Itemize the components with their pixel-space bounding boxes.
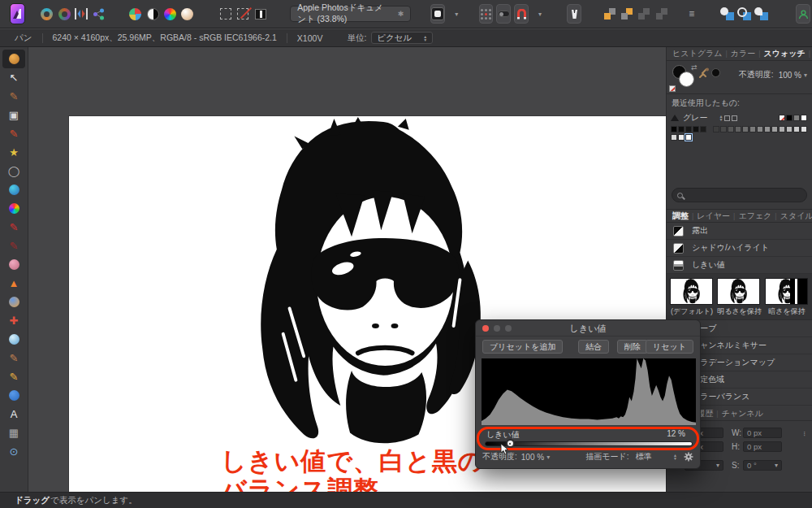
pixel-tool[interactable]: ✎ [2,237,25,255]
snapping-caret[interactable]: ▾ [532,4,546,24]
s-field[interactable]: 0 °▾ [743,460,782,471]
add-preset-button[interactable]: プリセットを追加 [482,340,563,354]
arrange-front-icon[interactable] [637,4,651,24]
swatch[interactable] [713,126,719,132]
alignment-icon[interactable]: ≡ [685,4,698,24]
clone-stamp-tool[interactable] [2,293,25,311]
tab-adjust-3[interactable]: スタイル [778,211,812,222]
assistant-icon[interactable] [567,4,581,24]
add-swatch-grid-icon[interactable] [732,115,737,121]
selection-brush-tool[interactable]: ✎ [2,124,25,143]
swatch[interactable] [779,126,785,132]
tab-adjust-1[interactable]: レイヤー [694,211,732,222]
opacity-value[interactable]: 100 % [779,71,801,80]
primary-color-well[interactable] [679,72,694,87]
marquee-tool[interactable]: ◯ [2,162,25,180]
blur-tool[interactable] [2,330,25,349]
blend-mode-value[interactable]: 標準 [635,451,651,462]
arrange-backward-icon[interactable] [620,4,633,24]
tab-studio-1[interactable]: カラー [728,48,758,59]
adjustment-item-shadows-highlights[interactable]: シャドウ/ハイライト [667,240,812,257]
swatch[interactable] [742,126,749,132]
mesh-warp-tool[interactable]: ▦ [2,423,25,442]
flood-select-tool[interactable]: ★ [2,143,25,162]
tab-adjust-0[interactable]: 調整 [670,211,691,222]
auto-levels-icon[interactable] [128,4,142,24]
swatch[interactable] [771,126,778,132]
dialog-titlebar[interactable]: しきい値 [476,320,700,336]
healing-brush-tool[interactable]: ✚ [2,311,25,330]
delete-button[interactable]: 削除 [617,340,648,354]
paint-brush-tool[interactable]: ✎ [2,218,25,237]
develop-persona-icon[interactable] [75,4,89,24]
swatch[interactable] [720,126,727,132]
smudge-tool[interactable]: ✎ [2,349,25,367]
color-picker-tool[interactable]: ✎ [2,87,25,106]
minimize-icon[interactable] [494,325,500,332]
snapshot-icon[interactable] [253,4,267,24]
snap-toggle[interactable] [496,4,511,24]
swatch[interactable] [671,134,677,141]
move-tool[interactable]: ↖ [2,68,25,87]
h-field[interactable]: 0 px [743,441,782,452]
swatch[interactable] [700,126,706,132]
preset-default[interactable]: (デフォルト) [670,278,714,317]
pixel-grid-snap-icon[interactable] [479,4,494,24]
palette-stepper-icon[interactable]: ▲▼ [719,115,723,121]
dialog-opacity-value[interactable]: 100 % [521,453,544,462]
zoom-tool[interactable]: ⊙ [2,442,25,461]
account-icon[interactable] [796,4,810,24]
dialog-opacity-caret[interactable]: ▾ [546,454,550,461]
new-selection-icon[interactable] [218,4,232,24]
no-color-icon[interactable] [669,85,676,92]
swatch[interactable] [793,115,800,121]
boolean-subtract-icon[interactable] [737,4,751,24]
tab-lower-2[interactable]: チャンネル [719,408,766,419]
gear-icon[interactable] [684,452,693,462]
threshold-slider-value[interactable]: 12 % [667,429,685,438]
zoom-window-icon[interactable] [505,325,512,332]
boolean-add-icon[interactable] [719,4,733,24]
swatch[interactable] [678,134,685,141]
color-wheel-brush-tool[interactable] [2,199,25,218]
blend-mode-stepper-icon[interactable]: ▲▼ [673,454,677,460]
swatch[interactable] [801,126,807,132]
opacity-caret-icon[interactable]: ▾ [804,72,807,79]
snapping-magnet-icon[interactable] [514,4,529,24]
picked-color-dot[interactable] [711,68,720,77]
adjustment-item-exposure[interactable]: 露出 [667,223,812,240]
swatch[interactable] [786,115,793,121]
deselect-icon[interactable] [236,4,250,24]
swatch[interactable] [757,126,763,132]
auto-color-icon[interactable] [163,4,177,24]
swatch[interactable] [779,115,785,121]
swatch[interactable] [685,134,692,141]
preset-preserve-light[interactable]: 明るさを保持 [717,278,762,317]
arrange-forward-icon[interactable] [603,4,616,24]
swatch[interactable] [764,126,771,132]
threshold-slider-track[interactable] [485,441,693,446]
tab-studio-2[interactable]: スウォッチ [762,48,808,59]
adjustment-item-threshold[interactable]: しきい値 [667,257,812,274]
palette-name[interactable]: グレー [683,112,707,124]
auto-contrast-icon[interactable] [146,4,160,24]
swatch[interactable] [678,126,685,132]
swatch[interactable] [735,126,741,132]
swatch[interactable] [749,126,756,132]
shape-tool[interactable] [2,386,25,405]
preset-preserve-dark[interactable]: 暗さを保持 [765,278,809,317]
close-icon[interactable] [482,325,489,332]
swatch[interactable] [728,126,734,132]
export-persona-icon[interactable] [92,4,106,24]
tab-studio-0[interactable]: ヒストグラム [670,48,724,59]
document-menu[interactable]: Apple Photosドキュメント (33.8%) ✱ [290,6,411,22]
reset-button[interactable]: リセット [646,340,693,354]
swatch[interactable] [793,126,800,132]
grid-view-icon[interactable] [724,115,730,121]
merge-button[interactable]: 結合 [578,340,609,354]
hand-tool[interactable] [2,50,25,68]
swatch[interactable] [693,126,699,132]
eyedropper-icon[interactable] [699,67,710,80]
transform-menu-icon[interactable]: ⁝ [803,429,806,437]
photo-persona-icon[interactable] [40,4,54,24]
